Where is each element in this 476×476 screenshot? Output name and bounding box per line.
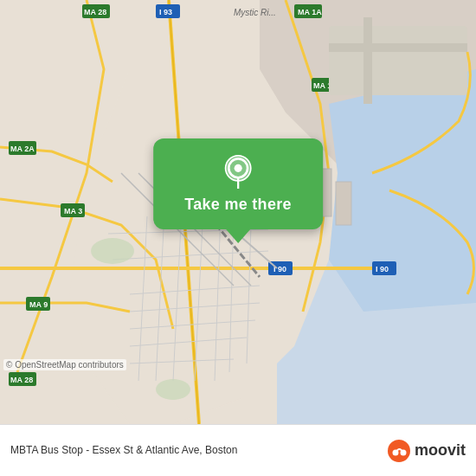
svg-text:I 93: I 93	[159, 8, 172, 16]
map-container: I 90 I 90 MA 1A MA 1A MA 28 MA 28 MA 3 M…	[0, 0, 476, 424]
location-pin-icon	[221, 154, 255, 189]
moovit-logo-icon	[387, 439, 411, 463]
svg-text:MA 28: MA 28	[84, 8, 106, 16]
svg-point-57	[234, 164, 241, 172]
moovit-text: moovit	[415, 441, 466, 460]
station-name: MBTA Bus Stop - Essex St & Atlantic Ave,…	[10, 444, 380, 458]
moovit-logo: moovit	[387, 439, 466, 463]
svg-text:MA 28: MA 28	[10, 376, 33, 384]
svg-point-53	[91, 238, 134, 264]
take-me-there-card[interactable]: Take me there	[153, 138, 323, 229]
svg-text:MA 2A: MA 2A	[10, 145, 35, 153]
svg-text:I 90: I 90	[376, 265, 389, 273]
svg-text:MA 1A: MA 1A	[298, 8, 322, 16]
card-arrow	[226, 229, 250, 243]
take-me-there-button[interactable]: Take me there	[184, 196, 292, 214]
navigation-overlay: Take me there	[153, 138, 323, 243]
svg-point-54	[156, 379, 190, 400]
bottom-bar: MBTA Bus Stop - Essex St & Atlantic Ave,…	[0, 424, 476, 476]
svg-point-59	[388, 440, 410, 462]
svg-text:MA 3: MA 3	[64, 207, 82, 215]
svg-text:MA 9: MA 9	[29, 300, 48, 309]
copyright-text: © OpenStreetMap contributors	[3, 359, 126, 370]
svg-rect-50	[329, 26, 467, 95]
svg-rect-51	[363, 17, 372, 104]
svg-rect-52	[329, 43, 467, 52]
svg-rect-49	[336, 182, 351, 225]
svg-text:Mystic Ri...: Mystic Ri...	[234, 8, 276, 17]
